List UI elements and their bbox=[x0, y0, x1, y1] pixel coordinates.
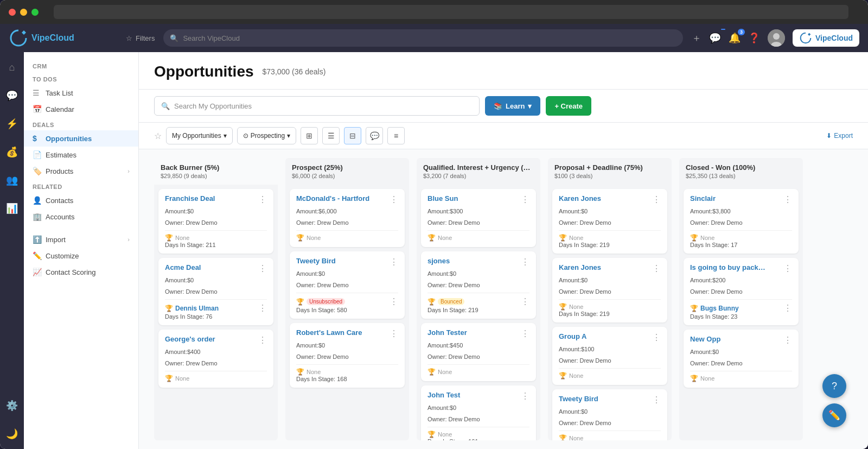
card-title[interactable]: Robert's Lawn Care bbox=[296, 328, 390, 337]
kanban-view-btn[interactable]: ⊟ bbox=[344, 127, 361, 144]
kanban-card[interactable]: sjones ⋮ Amount:$0 Owner: Drew Demo 🏆 Bo… bbox=[421, 251, 536, 319]
url-bar[interactable] bbox=[54, 5, 848, 19]
traffic-light-close[interactable] bbox=[9, 9, 16, 16]
nav-contacts[interactable]: 👥 bbox=[3, 172, 21, 189]
fab-help[interactable]: ? bbox=[822, 374, 846, 398]
kanban-card[interactable]: George's order ⋮ Amount:$400 Owner: Drew… bbox=[158, 330, 273, 388]
my-opportunities-filter[interactable]: My Opportunities ▾ bbox=[166, 127, 233, 144]
card-menu-btn[interactable]: ⋮ bbox=[521, 328, 529, 339]
card-title[interactable]: Sinclair bbox=[690, 194, 783, 203]
card-title[interactable]: Tweety Bird bbox=[296, 257, 390, 265]
card-title[interactable]: John Tester bbox=[427, 328, 521, 337]
card-title[interactable]: Karen Jones bbox=[559, 263, 652, 271]
sort-filter-btn[interactable]: ≡ bbox=[387, 127, 405, 144]
card-menu-btn[interactable]: ⋮ bbox=[783, 194, 792, 205]
user-avatar[interactable] bbox=[768, 29, 785, 47]
global-search[interactable]: 🔍 Search VipeCloud bbox=[163, 29, 683, 47]
card-title[interactable]: New Opp bbox=[690, 335, 783, 343]
sidebar-item-opportunities[interactable]: $ Opportunities bbox=[24, 130, 138, 147]
card-title[interactable]: Acme Deal bbox=[165, 263, 258, 271]
card-menu-btn[interactable]: ⋮ bbox=[521, 194, 529, 205]
card-title[interactable]: George's order bbox=[165, 335, 258, 343]
card-menu-btn[interactable]: ⋮ bbox=[390, 257, 398, 267]
kanban-card[interactable]: Blue Sun ⋮ Amount:$300 Owner: Drew Demo … bbox=[421, 189, 536, 247]
nav-activity[interactable]: ⚡ bbox=[3, 115, 21, 132]
card-menu-btn[interactable]: ⋮ bbox=[258, 194, 267, 205]
card-title[interactable]: McDonald's - Hartford bbox=[296, 194, 390, 203]
contact-menu[interactable]: ⋮ bbox=[390, 296, 398, 307]
card-menu-btn[interactable]: ⋮ bbox=[652, 194, 661, 205]
nav-deals[interactable]: 💰 bbox=[3, 143, 21, 161]
contact-name[interactable]: Dennis Ulman bbox=[175, 305, 219, 312]
traffic-light-minimize[interactable] bbox=[20, 9, 27, 16]
prospecting-filter[interactable]: ⊙ Prospecting ▾ bbox=[237, 127, 296, 144]
card-menu-btn[interactable]: ⋮ bbox=[390, 194, 398, 205]
card-menu-btn[interactable]: ⋮ bbox=[652, 263, 661, 274]
export-button[interactable]: ⬇ Export bbox=[826, 132, 853, 140]
filters-button[interactable]: ☆ Filters bbox=[126, 34, 155, 42]
nav-messages[interactable]: 💬 bbox=[3, 87, 21, 104]
kanban-card[interactable]: Acme Deal ⋮ Amount:$0 Owner: Drew Demo 🏆… bbox=[158, 258, 273, 325]
nav-settings[interactable]: ⚙️ bbox=[3, 397, 21, 414]
card-title[interactable]: Tweety Bird bbox=[559, 395, 652, 403]
nav-dark-mode[interactable]: 🌙 bbox=[3, 425, 21, 442]
card-menu-btn[interactable]: ⋮ bbox=[652, 395, 661, 405]
create-button[interactable]: + Create bbox=[546, 96, 591, 116]
sidebar-item-customize[interactable]: ✏️ Customize bbox=[24, 248, 138, 264]
opportunity-search[interactable]: 🔍 Search My Opportunities bbox=[154, 96, 480, 116]
card-menu-btn[interactable]: ⋮ bbox=[521, 391, 529, 401]
notifications-button[interactable]: 🔔 3 bbox=[729, 32, 741, 44]
card-menu-btn[interactable]: ⋮ bbox=[652, 332, 661, 343]
kanban-card[interactable]: New Opp ⋮ Amount:$0 Owner: Drew Demo 🏆 N… bbox=[684, 330, 799, 388]
kanban-card[interactable]: John Tester ⋮ Amount:$450 Owner: Drew De… bbox=[421, 323, 536, 381]
messages-button[interactable]: 💬 bbox=[709, 32, 721, 44]
kanban-card[interactable]: Sinclair ⋮ Amount:$3,800 Owner: Drew Dem… bbox=[684, 189, 799, 254]
traffic-light-maximize[interactable] bbox=[31, 9, 39, 16]
help-button[interactable]: ❓ bbox=[748, 32, 760, 44]
sidebar-item-products[interactable]: 🏷️ Products › bbox=[24, 163, 138, 179]
contact-name[interactable]: Bugs Bunny bbox=[700, 305, 739, 312]
card-menu-btn[interactable]: ⋮ bbox=[390, 328, 398, 339]
card-menu-btn[interactable]: ⋮ bbox=[783, 335, 792, 345]
kanban-card[interactable]: Tweety Bird ⋮ Amount:$0 Owner: Drew Demo… bbox=[290, 251, 405, 319]
nav-reports[interactable]: 📊 bbox=[3, 200, 21, 217]
sidebar-item-calendar[interactable]: 📅 Calendar bbox=[24, 101, 138, 117]
card-title[interactable]: John Test bbox=[427, 391, 521, 399]
card-title[interactable]: Karen Jones bbox=[559, 194, 652, 203]
kanban-card[interactable]: Franchise Deal ⋮ Amount:$0 Owner: Drew D… bbox=[158, 189, 273, 254]
sidebar-item-estimates[interactable]: 📄 Estimates bbox=[24, 147, 138, 163]
contact-menu[interactable]: ⋮ bbox=[783, 303, 792, 313]
sidebar-item-contact-scoring[interactable]: 📈 Contact Scoring bbox=[24, 264, 138, 280]
card-title[interactable]: Group A bbox=[559, 332, 652, 340]
kanban-card[interactable]: Group A ⋮ Amount:$100 Owner: Drew Demo 🏆… bbox=[552, 327, 667, 385]
card-menu-btn[interactable]: ⋮ bbox=[258, 263, 267, 274]
list-view-btn[interactable]: ☰ bbox=[322, 127, 340, 144]
sidebar-item-contacts[interactable]: 👤 Contacts bbox=[24, 192, 138, 208]
kanban-card[interactable]: McDonald's - Hartford ⋮ Amount:$6,000 Ow… bbox=[290, 189, 405, 247]
card-menu-btn[interactable]: ⋮ bbox=[258, 335, 267, 345]
nav-home[interactable]: ⌂ bbox=[3, 59, 21, 76]
card-title[interactable]: Is going to buy pack… bbox=[690, 263, 783, 271]
kanban-card[interactable]: Karen Jones ⋮ Amount:$0 Owner: Drew Demo… bbox=[552, 258, 667, 322]
card-title[interactable]: Blue Sun bbox=[427, 194, 521, 203]
add-button[interactable]: ＋ bbox=[692, 31, 701, 45]
kanban-card[interactable]: Robert's Lawn Care ⋮ Amount:$0 Owner: Dr… bbox=[290, 323, 405, 388]
learn-button[interactable]: 📚 Learn ▾ bbox=[485, 96, 540, 116]
chat-view-btn[interactable]: 💬 bbox=[366, 127, 383, 144]
card-title[interactable]: sjones bbox=[427, 257, 521, 265]
card-view-btn[interactable]: ⊞ bbox=[301, 127, 318, 144]
kanban-card[interactable]: Is going to buy pack… ⋮ Amount:$200 Owne… bbox=[684, 258, 799, 325]
favorite-star[interactable]: ☆ bbox=[154, 131, 162, 141]
kanban-card[interactable]: John Test ⋮ Amount:$0 Owner: Drew Demo 🏆… bbox=[421, 385, 536, 440]
card-title[interactable]: Franchise Deal bbox=[165, 194, 258, 203]
fab-edit[interactable]: ✏️ bbox=[822, 403, 846, 427]
contact-menu[interactable]: ⋮ bbox=[258, 303, 267, 313]
logo[interactable]: VipeCloud bbox=[9, 28, 117, 48]
card-menu-btn[interactable]: ⋮ bbox=[521, 257, 529, 267]
sidebar-item-task-list[interactable]: ☰ Task List bbox=[24, 85, 138, 101]
kanban-card[interactable]: Tweety Bird ⋮ Amount:$0 Owner: Drew Demo… bbox=[552, 389, 667, 440]
kanban-card[interactable]: Karen Jones ⋮ Amount:$0 Owner: Drew Demo… bbox=[552, 189, 667, 254]
sidebar-item-accounts[interactable]: 🏢 Accounts bbox=[24, 208, 138, 225]
card-menu-btn[interactable]: ⋮ bbox=[783, 263, 792, 274]
contact-menu[interactable]: ⋮ bbox=[521, 296, 529, 307]
